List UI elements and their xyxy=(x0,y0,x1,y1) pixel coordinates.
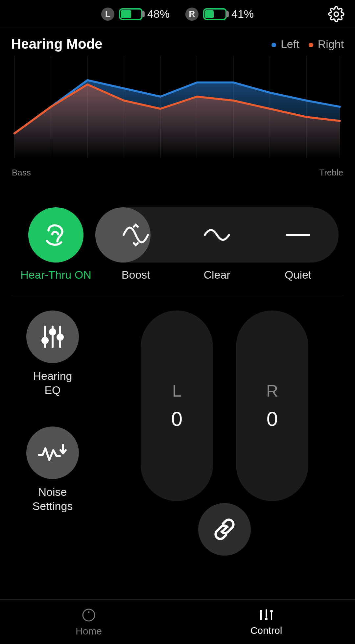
hearing-mode-section: Hearing Mode Left Right xyxy=(0,28,355,296)
svg-point-24 xyxy=(265,618,268,620)
eq-chart: Bass Treble xyxy=(11,56,344,178)
ear-swirl-icon xyxy=(41,220,71,250)
nav-control-label: Control xyxy=(250,625,282,636)
battery-icon xyxy=(203,8,227,20)
nav-home-label: Home xyxy=(76,626,102,637)
link-channels-button[interactable] xyxy=(198,503,251,556)
volume-right-slider[interactable]: R 0 xyxy=(236,310,308,501)
svg-point-16 xyxy=(50,329,55,334)
link-icon xyxy=(210,515,239,543)
sliders-icon xyxy=(38,323,67,351)
mode-quiet-label: Quiet xyxy=(257,268,339,281)
mode-pill xyxy=(95,207,339,263)
equalizer-bars-icon xyxy=(258,608,275,622)
svg-point-19 xyxy=(83,609,95,621)
nav-home[interactable]: Home xyxy=(0,600,178,644)
volume-left-letter: L xyxy=(172,381,181,401)
wave-boost-icon xyxy=(122,223,150,246)
mode-clear[interactable] xyxy=(177,207,258,263)
battery-cluster: L 48% R 41% xyxy=(101,8,254,21)
mode-boost-label: Boost xyxy=(95,268,177,281)
battery-right: R 41% xyxy=(185,8,254,21)
svg-point-20 xyxy=(88,611,90,613)
chart-legend: Left Right xyxy=(272,38,344,51)
volume-right-letter: R xyxy=(266,381,278,401)
volume-right-value: 0 xyxy=(267,407,278,430)
battery-icon xyxy=(119,8,143,20)
mode-row: Hear-Thru ON xyxy=(11,207,344,296)
noise-settings-label: Noise Settings xyxy=(33,485,73,513)
settings-button[interactable] xyxy=(327,5,345,23)
battery-left-pct: 48% xyxy=(147,8,170,20)
circle-dot-icon xyxy=(81,607,97,623)
legend-left: Left xyxy=(272,38,299,51)
right-earbud-chip: R xyxy=(185,8,199,21)
svg-point-0 xyxy=(334,12,338,16)
eq-chart-svg xyxy=(11,56,343,164)
hear-thru-label: Hear-Thru ON xyxy=(20,268,91,281)
battery-left: L 48% xyxy=(101,8,170,21)
mode-quiet[interactable] xyxy=(257,207,339,263)
svg-point-22 xyxy=(260,610,262,612)
noise-settings-button[interactable] xyxy=(26,426,79,479)
lower-controls: Hearing EQ Noise Settings L 0 R 0 xyxy=(0,296,355,546)
status-bar: L 48% R 41% xyxy=(0,0,355,28)
svg-point-17 xyxy=(58,334,63,340)
chart-axis-high: Treble xyxy=(319,168,343,178)
hearing-eq-button[interactable] xyxy=(26,310,79,363)
mode-boost[interactable] xyxy=(95,207,177,263)
svg-point-15 xyxy=(42,338,48,343)
gear-icon xyxy=(328,6,344,22)
svg-point-26 xyxy=(270,610,273,612)
volume-left-slider[interactable]: L 0 xyxy=(141,310,213,501)
chart-axis-low: Bass xyxy=(12,168,31,178)
left-earbud-chip: L xyxy=(101,8,114,21)
legend-right: Right xyxy=(309,38,344,51)
battery-right-pct: 41% xyxy=(231,8,254,20)
hearing-eq-label: Hearing EQ xyxy=(33,369,72,397)
line-icon xyxy=(286,233,311,237)
bottom-nav: Home Control xyxy=(0,599,355,644)
wave-icon xyxy=(203,227,231,243)
volume-left-value: 0 xyxy=(171,407,182,430)
nav-control[interactable]: Control xyxy=(178,600,355,644)
hearing-mode-title: Hearing Mode xyxy=(11,36,103,52)
noise-down-icon xyxy=(37,440,68,465)
hear-thru-toggle[interactable] xyxy=(28,207,83,263)
mode-clear-label: Clear xyxy=(177,268,258,281)
